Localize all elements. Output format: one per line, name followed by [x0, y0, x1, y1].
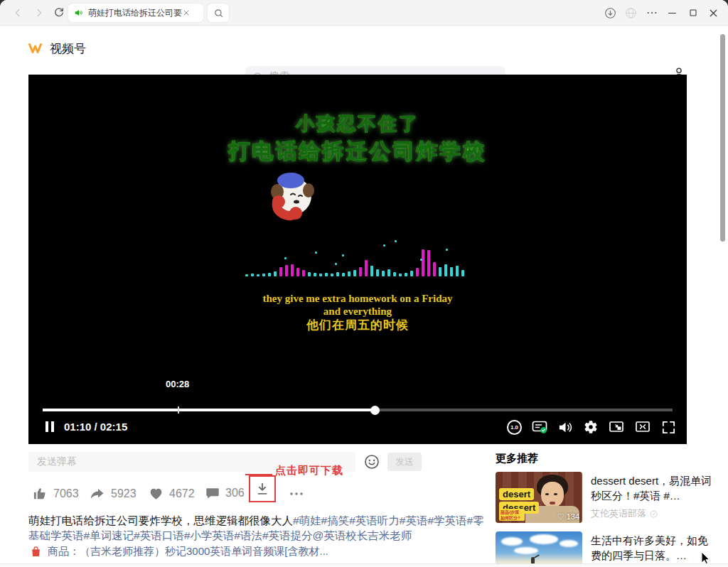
dog-phone-avatar	[267, 171, 317, 220]
progress-bar[interactable]	[43, 409, 673, 411]
sidebar-title: 更多推荐	[496, 452, 716, 465]
downloads-button[interactable]	[600, 0, 621, 26]
visualizer-bar	[382, 271, 385, 276]
fullscreen-button[interactable]	[660, 419, 677, 436]
download-video-icon[interactable]	[255, 481, 270, 497]
time-display: 01:10 / 02:15	[64, 421, 127, 433]
visualizer-bar	[416, 268, 419, 276]
card-title[interactable]: 生活中有许多美好，如免费的四季与日落。…	[591, 533, 716, 563]
visualizer-bar	[296, 268, 299, 276]
more-actions-button[interactable]	[288, 485, 305, 502]
more-icon	[646, 6, 658, 19]
favorite-button[interactable]: 4672	[148, 485, 195, 502]
close-icon	[707, 7, 719, 19]
forward-icon	[33, 6, 46, 19]
mini-player-icon	[608, 418, 625, 436]
danmaku-toggle-button[interactable]	[531, 418, 548, 436]
vertical-scrollbar[interactable]	[720, 34, 725, 242]
tab-close-icon[interactable]	[182, 9, 191, 17]
comment-count: 306	[225, 487, 245, 500]
browser-globe-button[interactable]	[621, 0, 641, 26]
visualizer-bar	[370, 266, 373, 276]
visualizer-bar	[268, 273, 271, 276]
audio-visualizer	[245, 232, 474, 276]
thumbs-up-icon	[32, 485, 48, 502]
share-count: 5923	[111, 487, 136, 500]
forward-button[interactable]	[31, 5, 47, 21]
mouse-cursor	[701, 551, 712, 564]
shopping-bag-icon	[30, 546, 42, 558]
channels-logo-icon	[27, 40, 44, 57]
refresh-icon	[53, 6, 65, 19]
action-bar: 7063 5923 4672 306	[28, 480, 491, 508]
video-player[interactable]: 小孩忍不住了 打电话给拆迁公司炸学校 they give me extra ho…	[28, 75, 687, 444]
refresh-button[interactable]	[51, 5, 67, 21]
visualizer-bar	[274, 271, 277, 276]
description-text: 萌娃打电话给拆迁公司要炸学校，思维逻辑都很像大人	[28, 514, 293, 526]
visualizer-bar	[257, 274, 259, 276]
fullscreen-icon	[660, 419, 677, 436]
maximize-button[interactable]	[682, 0, 703, 26]
site-header: 视频号 搜索	[0, 26, 728, 72]
volume-button[interactable]	[557, 419, 574, 436]
mini-player-button[interactable]	[608, 418, 625, 436]
thumbnail-mini-badge: 甜品/沙漠 如何区分?	[499, 509, 525, 521]
settings-button[interactable]	[583, 419, 599, 435]
download-icon	[604, 6, 617, 20]
visualizer-bar	[336, 272, 339, 276]
visualizer-dot	[335, 263, 337, 265]
close-window-button[interactable]	[703, 0, 724, 26]
visualizer-bar	[331, 274, 333, 276]
visualizer-dot	[342, 254, 344, 256]
product-link[interactable]: 商品：（吉米老师推荐）秒记3000英语单词音频课[含教材...	[30, 545, 328, 558]
visualizer-bar	[433, 262, 436, 276]
visualizer-dot	[395, 240, 397, 242]
channels-brand[interactable]: 视频号	[27, 40, 86, 57]
visualizer-bar	[376, 269, 379, 276]
tab-search-button[interactable]	[208, 4, 229, 22]
card-author[interactable]: 艾伦英语部落	[591, 507, 658, 520]
horizontal-scrollbar[interactable]	[0, 563, 728, 567]
pause-button[interactable]	[46, 421, 54, 432]
share-button[interactable]: 5923	[89, 485, 136, 502]
emoji-button[interactable]	[363, 453, 380, 470]
video-thumbnail[interactable]	[496, 531, 582, 567]
maximize-icon	[687, 7, 699, 18]
browser-menu-button[interactable]	[641, 0, 662, 26]
card-title[interactable]: dessert desert，易混单词秒区分！#英语 #…	[591, 473, 716, 503]
caption-mode-button[interactable]	[634, 418, 651, 436]
danmaku-placeholder: 发送弹幕	[37, 455, 77, 468]
seek-preview-time: 00:28	[166, 379, 189, 389]
author-badge-icon	[649, 509, 658, 519]
visualizer-dot	[420, 259, 422, 261]
video-thumbnail[interactable]: desert dessert 甜品/沙漠 如何区分? ♡ 134	[496, 472, 582, 523]
visualizer-bar	[444, 264, 447, 276]
visualizer-bar	[353, 270, 356, 276]
progress-hover-tick	[178, 406, 179, 414]
comment-button[interactable]: 306	[205, 485, 245, 501]
visualizer-bar	[251, 274, 254, 276]
like-button[interactable]: 7063	[32, 485, 79, 502]
like-count: 7063	[53, 487, 79, 500]
playback-speed-button[interactable]: 1.0	[507, 420, 522, 435]
minimize-button[interactable]	[662, 0, 682, 26]
progress-played	[43, 409, 375, 411]
subtitle-en-line2: and everything	[28, 306, 687, 318]
visualizer-bar	[291, 264, 294, 276]
visualizer-bar	[262, 274, 265, 276]
product-label: 商品：（吉米老师推荐）秒记3000英语单词音频课[含教材...	[48, 545, 328, 558]
globe-icon	[624, 6, 638, 20]
browser-tab[interactable]: 萌娃打电话给拆迁公司要炸学校	[68, 4, 203, 22]
video-description: 萌娃打电话给拆迁公司要炸学校，思维逻辑都很像大人#萌娃#搞笑#英语听力#英语#学…	[28, 513, 489, 543]
download-highlight-box	[249, 475, 276, 502]
send-danmaku-button[interactable]: 发送	[387, 453, 422, 471]
video-overlay-title-line1: 小孩忍不住了	[28, 112, 687, 136]
visualizer-bar	[308, 272, 311, 276]
visualizer-dot	[446, 249, 448, 251]
visualizer-dot	[383, 244, 385, 247]
progress-handle[interactable]	[370, 406, 380, 415]
back-button[interactable]	[10, 5, 26, 21]
more-icon	[288, 485, 305, 502]
visualizer-bar	[302, 270, 305, 276]
window-controls	[600, 0, 724, 26]
